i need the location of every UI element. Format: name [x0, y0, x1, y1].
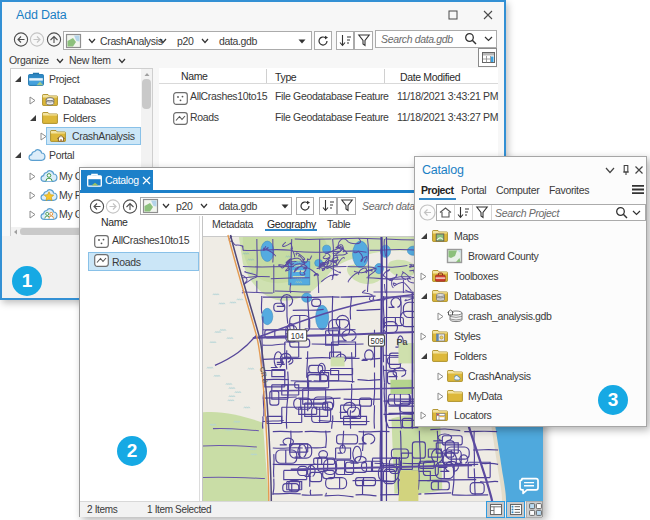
- svg-text:509: 509: [371, 337, 385, 346]
- svg-text:Pa: Pa: [396, 337, 408, 347]
- svg-text:104: 104: [291, 332, 305, 341]
